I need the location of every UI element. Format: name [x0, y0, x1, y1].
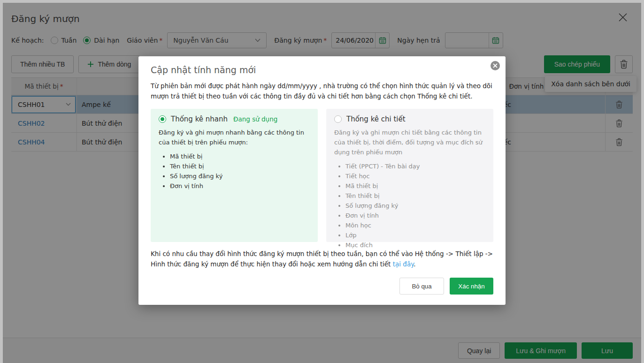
list-item: Lớp — [345, 230, 485, 240]
here-link[interactable]: tại đây — [393, 260, 414, 268]
list-item: Mã thiết bị — [345, 181, 485, 191]
list-item: Đơn vị tính — [170, 181, 310, 191]
list-item: Tiết (PPCT) - Tên bài dạy — [345, 161, 485, 171]
feature-update-modal: Cập nhật tính năng mới Từ phiên bản mới … — [138, 56, 506, 305]
quick-stats-title: Thống kê nhanh — [171, 115, 228, 123]
modal-close-icon[interactable] — [491, 61, 500, 70]
quick-stats-description: Đăng ký và ghi mượn nhanh bằng các thông… — [159, 128, 310, 147]
list-item: Số lượng đăng ký — [345, 201, 485, 211]
radio-detailed-stats[interactable] — [334, 115, 342, 123]
list-item: Đơn vị tính — [345, 211, 485, 220]
skip-button[interactable]: Bỏ qua — [399, 278, 444, 295]
list-item: Tiết học — [345, 171, 485, 181]
detailed-stats-card[interactable]: Thống kê chi tiết Đăng ký và ghi mượn ch… — [326, 109, 493, 242]
quick-stats-list: Mã thiết bị Tên thiết bị Số lượng đăng k… — [159, 151, 310, 191]
in-use-badge: Đang sử dụng — [233, 115, 277, 123]
list-item: Tên thiết bị — [170, 161, 310, 171]
list-item: Mã thiết bị — [170, 151, 310, 161]
confirm-button[interactable]: Xác nhận — [450, 278, 493, 295]
modal-intro: Từ phiên bản mới được phát hành ngày dd/… — [151, 81, 493, 102]
quick-stats-card[interactable]: Thống kê nhanh Đang sử dụng Đăng ký và g… — [151, 109, 318, 242]
modal-note: Khi có nhu cầu thay đổi hình thức đăng k… — [151, 249, 493, 270]
list-item: Môn học — [345, 220, 485, 230]
list-item: Số lượng đăng ký — [170, 171, 310, 181]
detailed-stats-title: Thống kê chi tiết — [346, 115, 406, 123]
list-item: Tên thiết bị — [345, 191, 485, 201]
detailed-stats-description: Đăng ký và ghi mượn chi tiết bằng các th… — [334, 128, 485, 157]
radio-quick-stats[interactable] — [159, 115, 166, 123]
modal-title: Cập nhật tính năng mới — [151, 65, 493, 75]
detailed-stats-list: Tiết (PPCT) - Tên bài dạy Tiết học Mã th… — [334, 161, 485, 250]
